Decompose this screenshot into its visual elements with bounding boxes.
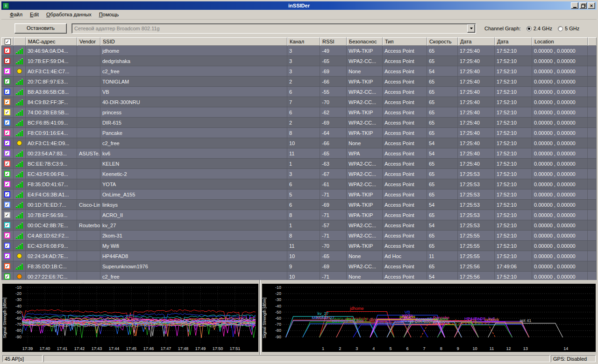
last-seen-cell: 17:52:10 — [495, 231, 532, 241]
select-all-header[interactable]: ✓ — [1, 37, 14, 46]
row-checkbox-cell[interactable]: ✓ — [1, 107, 14, 118]
titlebar[interactable]: i inSSIDer × — [1, 1, 597, 10]
row-checkbox-cell[interactable]: ✓ — [1, 261, 14, 272]
row-checkbox-cell[interactable]: ✓ — [1, 138, 14, 148]
row-checkbox-cell[interactable]: ✓ — [1, 118, 14, 128]
table-row[interactable]: ✓10:7B:EF:59:D4...dedgrishaka3-65WPA2-CC… — [1, 56, 597, 66]
row-checkbox-cell[interactable]: ✓ — [1, 46, 14, 56]
row-checkbox[interactable]: ✓ — [4, 222, 10, 228]
column-header-rssi[interactable]: RSSI — [320, 37, 347, 46]
row-checkbox[interactable]: ✓ — [4, 68, 10, 74]
close-button[interactable]: × — [588, 2, 595, 9]
row-checkbox-cell[interactable]: ✓ — [1, 128, 14, 138]
table-row[interactable]: ✓BC:EE:7B:C3:9...KELEN1-63WPA2-CC...Acce… — [1, 159, 597, 169]
column-header-vendor[interactable]: Vendor — [77, 37, 100, 46]
row-checkbox-cell[interactable]: ✓ — [1, 179, 14, 189]
location-cell: 0.00000 , 0.00000 — [532, 272, 588, 280]
column-header-тип[interactable]: Тип — [383, 37, 427, 46]
row-checkbox[interactable]: ✓ — [4, 48, 10, 54]
column-header-канал[interactable]: Канал — [287, 37, 320, 46]
table-row[interactable]: ✓F8:35:DD:1B:C...Superunknown19769-69WPA… — [1, 261, 597, 272]
radio-24ghz[interactable]: 2.4 GHz — [527, 26, 552, 31]
row-checkbox-cell[interactable]: ✓ — [1, 56, 14, 66]
table-row[interactable]: ✓B8:A3:86:5B:C8...VB6-55WPA2-CC...Access… — [1, 87, 597, 97]
row-checkbox-cell[interactable]: ✓ — [1, 97, 14, 107]
row-checkbox[interactable]: ✓ — [4, 109, 10, 115]
first-seen-cell: 17:25:40 — [458, 107, 495, 118]
row-checkbox[interactable]: ✓ — [4, 232, 10, 238]
row-checkbox-cell[interactable]: ✓ — [1, 159, 14, 169]
row-checkbox-cell[interactable]: ✓ — [1, 87, 14, 97]
table-row[interactable]: ✓F8:35:DD:41:67...YOTA6-61WPA2-CC...Acce… — [1, 179, 597, 189]
row-checkbox-cell[interactable]: ✓ — [1, 169, 14, 179]
table-row[interactable]: ✓EC:43:F6:08:F9...My Wifi11-70WPA-TKIPAc… — [1, 241, 597, 251]
row-checkbox[interactable]: ✓ — [4, 243, 10, 249]
row-checkbox[interactable]: ✓ — [4, 58, 10, 64]
row-checkbox-cell[interactable]: ✓ — [1, 77, 14, 87]
table-row[interactable]: ✓20:7C:8F:97:E3...TONIGLAM2-66WPA-TKIPAc… — [1, 77, 597, 87]
table-row[interactable]: ✓F8:C0:91:16:E4...Pancake8-64WPA-TKIPAcc… — [1, 128, 597, 138]
table-row[interactable]: ✓E4:F4:C6:3B:A1...OnLime_A1555-71WPA-TKI… — [1, 189, 597, 200]
row-checkbox-cell[interactable]: ✓ — [1, 251, 14, 261]
row-checkbox-cell[interactable]: ✓ — [1, 231, 14, 241]
row-checkbox[interactable]: ✓ — [4, 273, 10, 280]
table-row[interactable]: ✓00:23:54:A7:83...ASUSTe...kv611-65WPAAc… — [1, 148, 597, 159]
row-checkbox-cell[interactable]: ✓ — [1, 272, 14, 280]
row-checkbox-cell[interactable]: ✓ — [1, 200, 14, 210]
restore-button[interactable] — [579, 2, 587, 9]
row-checkbox[interactable]: ✓ — [4, 150, 10, 156]
row-checkbox[interactable]: ✓ — [4, 253, 10, 259]
table-row[interactable]: ✓00:27:22:E6:7C...c2_free10-71NoneAccess… — [1, 272, 597, 280]
row-checkbox[interactable]: ✓ — [4, 99, 10, 105]
table-row[interactable]: ✓A0:F3:C1:4E:D9...c2_free10-66NoneAccess… — [1, 138, 597, 148]
column-header-location[interactable]: Location — [532, 37, 588, 46]
row-checkbox[interactable]: ✓ — [4, 119, 10, 126]
row-checkbox[interactable]: ✓ — [4, 191, 10, 197]
row-checkbox[interactable]: ✓ — [4, 181, 10, 187]
table-row[interactable]: ✓A0:F3:C1:4E:C7...c2_free3-69NoneAccess … — [1, 66, 597, 77]
row-checkbox-cell[interactable]: ✓ — [1, 241, 14, 251]
radio-5ghz[interactable]: 5 GHz — [558, 26, 579, 31]
row-checkbox[interactable]: ✓ — [4, 263, 10, 269]
column-header-ssid[interactable]: SSID — [100, 37, 287, 46]
menu-item-4[interactable]: Помощь — [95, 11, 123, 18]
column-header-дата[interactable]: Дата — [458, 37, 495, 46]
table-row[interactable]: ✓74:D0:2B:E8:5B...princess6-62WPA-TKIPAc… — [1, 107, 597, 118]
menu-item-3[interactable]: Обработка данных — [43, 11, 95, 18]
row-checkbox-cell[interactable]: ✓ — [1, 148, 14, 159]
row-checkbox-cell[interactable]: ✓ — [1, 210, 14, 220]
column-header-mac-адрес[interactable]: MAC-адрес — [26, 37, 77, 46]
table-row[interactable]: ✓EC:43:F6:06:F8...Keenetic-23-67WPA2-CC.… — [1, 169, 597, 179]
table-row[interactable]: ✓00:0C:42:8B:7E...Routerbo...kv_271-57WP… — [1, 220, 597, 231]
row-checkbox[interactable]: ✓ — [4, 171, 10, 177]
radio-5ghz-control[interactable] — [558, 26, 563, 31]
table-row[interactable]: ✓C4:A8:1D:62:F2...2kom-318-71WPA2-CC...A… — [1, 231, 597, 241]
table-row[interactable]: ✓30:46:9A:0A:D4...jdhome3-49WPA-TKIPAcce… — [1, 46, 597, 56]
row-checkbox[interactable]: ✓ — [4, 161, 10, 167]
column-header-безопаснос[interactable]: Безопаснос — [347, 37, 383, 46]
menu-item-1[interactable]: Файл — [6, 11, 26, 18]
menu-item-2[interactable]: Edit — [26, 11, 43, 18]
minimize-button[interactable] — [571, 2, 578, 9]
row-checkbox[interactable]: ✓ — [4, 78, 10, 84]
table-row[interactable]: ✓00:1D:7E:ED:7...Cisco-Lin...linksys6-69… — [1, 200, 597, 210]
column-header-дата[interactable]: Дата — [495, 37, 532, 46]
row-checkbox-cell[interactable]: ✓ — [1, 220, 14, 231]
table-row[interactable]: ✓10:7B:EF:56:59...ACRO_II8-71WPA-TKIPAcc… — [1, 210, 597, 220]
stop-button[interactable]: Остановить — [14, 23, 67, 34]
table-row[interactable]: ✓84:C9:B2:FF:3F...40-DIR-300NRU7-70WPA2-… — [1, 97, 597, 107]
adapter-dropdown-button[interactable] — [467, 24, 475, 33]
row-checkbox-cell[interactable]: ✓ — [1, 66, 14, 77]
row-checkbox[interactable]: ✓ — [4, 202, 10, 208]
column-header-скорость[interactable]: Скорость — [427, 37, 458, 46]
select-all-checkbox[interactable]: ✓ — [5, 39, 11, 45]
row-checkbox[interactable]: ✓ — [4, 212, 10, 218]
row-checkbox[interactable]: ✓ — [4, 130, 10, 136]
table-row[interactable]: ✓BC:F6:85:41:09...DIR-6152-69WPA2-CC...A… — [1, 118, 597, 128]
adapter-combobox[interactable]: Сетевой адаптер Broadcom 802.11g — [71, 23, 476, 34]
radio-24ghz-control[interactable] — [527, 26, 532, 31]
row-checkbox-cell[interactable]: ✓ — [1, 189, 14, 200]
table-row[interactable]: ✓02:24:34:AD:7E...HP44FAD810-65NoneAd Ho… — [1, 251, 597, 261]
row-checkbox[interactable]: ✓ — [4, 140, 10, 146]
row-checkbox[interactable]: ✓ — [4, 89, 10, 95]
